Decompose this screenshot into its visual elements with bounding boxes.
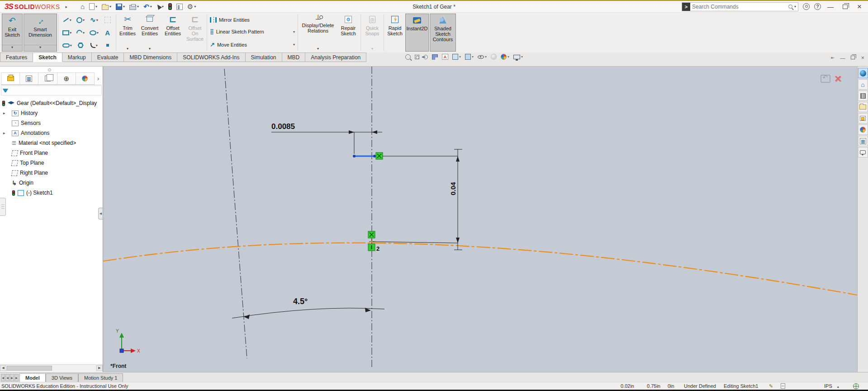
select-caret-icon[interactable]: ▾ (162, 5, 164, 9)
exit-sketch-caret-icon[interactable]: ▾ (2, 45, 22, 51)
sketch-point[interactable] (371, 241, 373, 243)
tab-mbd[interactable]: MBD (282, 52, 306, 62)
tab-features[interactable]: Features (0, 52, 33, 62)
rapid-sketch-button[interactable]: Rapid Sketch (385, 13, 405, 52)
line-tool-button[interactable]: ▾ (61, 18, 74, 22)
linear-pattern-caret-icon[interactable]: ▾ (293, 30, 295, 34)
open-button[interactable]: ▾ (100, 3, 113, 11)
annotations-expander-icon[interactable]: ▸ (3, 131, 5, 135)
tree-item-top-plane[interactable]: Top Plane (0, 158, 103, 168)
unit-system-selector[interactable]: IPS ▴ (824, 382, 839, 390)
text-tool-button[interactable]: A (101, 29, 114, 37)
apply-scene-caret-icon[interactable]: ▾ (508, 55, 509, 59)
history-expander-icon[interactable]: ▸ (3, 111, 5, 115)
zoom-area-button[interactable] (414, 54, 420, 60)
forum-button[interactable] (858, 147, 868, 157)
home-button[interactable]: ⌂ (79, 2, 86, 11)
confirm-exit-sketch-icon[interactable] (821, 75, 830, 83)
spline-caret-icon[interactable]: ▾ (96, 18, 98, 22)
arc-caret-icon[interactable]: ▾ (83, 31, 85, 35)
solidworks-logo[interactable]: 3S SOLID WORKS ▸ (5, 2, 67, 11)
search-input[interactable] (690, 4, 788, 10)
rectangle-tool-button[interactable]: ▾ (61, 30, 74, 35)
doc-minimize-button[interactable]: — (840, 55, 845, 61)
linear-sketch-pattern-button[interactable]: ⣿ Linear Sketch Pattern ▾ (210, 29, 295, 35)
new-document-button[interactable]: ▾ (88, 2, 99, 11)
web-help-button[interactable] (853, 383, 859, 391)
doc-restore-button[interactable] (850, 55, 855, 61)
search-caret-icon[interactable]: ▾ (794, 5, 796, 9)
trim-caret-icon[interactable]: ▾ (127, 46, 128, 52)
file-explorer-button[interactable] (858, 102, 868, 112)
configuration-manager-tab[interactable] (38, 72, 57, 85)
hide-show-items-button[interactable]: ▾ (477, 54, 488, 59)
search-commands-box[interactable]: > ▾ (682, 2, 798, 11)
exit-sketch-button[interactable]: ↶Exit Sketch ▾ (2, 14, 23, 52)
smart-dimension-button[interactable]: ↔Smart Dimension ▾ (24, 14, 57, 52)
view-orientation-button[interactable]: ▾ (451, 53, 462, 60)
tab-motion-study-1[interactable]: Motion Study 1 (78, 373, 123, 382)
tree-item-front-plane[interactable]: Front Plane (0, 148, 103, 158)
appearances-button[interactable] (858, 124, 868, 135)
panel-tabs-more-button[interactable]: › (95, 72, 102, 85)
display-delete-caret-icon[interactable]: ▾ (317, 46, 319, 52)
circle-tool-button[interactable]: ▾ (74, 17, 87, 23)
doc-split-icon[interactable]: ⇤ (831, 55, 835, 60)
rebuild-button[interactable] (167, 2, 173, 11)
new-caret-icon[interactable]: ▾ (95, 5, 97, 9)
undo-caret-icon[interactable]: ▾ (150, 5, 152, 9)
view-settings-button[interactable]: ▾ (512, 54, 524, 60)
tab-analysis-preparation[interactable]: Analysis Preparation (305, 52, 366, 62)
smart-dimension-caret-icon[interactable]: ▾ (24, 45, 57, 51)
window-restore-button[interactable] (840, 3, 850, 10)
scroll-right-icon[interactable]: ▶ (96, 365, 103, 371)
select-button[interactable]: ▾ (155, 3, 165, 10)
print-button[interactable]: ▾ (128, 3, 140, 11)
convert-caret-icon[interactable]: ▾ (149, 46, 151, 52)
shaded-sketch-contours-button[interactable]: Shaded Sketch Contours (430, 14, 456, 52)
move-caret-icon[interactable]: ▾ (293, 43, 295, 47)
cancel-sketch-icon[interactable]: ✕ (834, 75, 842, 83)
dim-angle-value[interactable]: 4.5° (293, 297, 308, 306)
ellipse-tool-button[interactable]: ▾ (88, 30, 101, 35)
tab-evaluate[interactable]: Evaluate (92, 52, 124, 62)
feature-manager-tab[interactable] (1, 72, 20, 85)
window-minimize-button[interactable]: — (825, 3, 835, 10)
previous-view-button[interactable] (422, 54, 429, 60)
sketch-endpoint[interactable] (373, 155, 376, 157)
offset-entities-button[interactable]: ⊏ Offset Entities (161, 13, 184, 52)
tree-item-origin[interactable]: ↳ Origin (0, 178, 103, 188)
display-delete-relations-button[interactable]: ⊥ Display/Delete Relations ▾ (299, 13, 337, 52)
tab-simulation[interactable]: Simulation (246, 52, 282, 62)
view-palette-button[interactable] (858, 113, 868, 124)
tree-item-history[interactable]: ▸ ↻ History (0, 108, 103, 118)
tab-markup[interactable]: Markup (62, 52, 92, 62)
property-manager-tab[interactable] (20, 72, 38, 85)
save-caret-icon[interactable]: ▾ (123, 5, 125, 9)
note-icon[interactable] (781, 383, 785, 391)
tree-root-item[interactable]: Gear (Default<<Default>_Display (0, 98, 103, 108)
fillet-caret-icon[interactable]: ▾ (96, 43, 98, 48)
spline-tool-button[interactable]: ∿▾ (88, 16, 101, 24)
polygon-tool-button[interactable] (74, 43, 87, 48)
rectangle-caret-icon[interactable]: ▾ (70, 31, 71, 35)
display-style-caret-icon[interactable]: ▾ (472, 55, 474, 59)
tab-sketch[interactable]: Sketch (33, 52, 62, 62)
repair-sketch-button[interactable]: ⚙ Repair Sketch (337, 13, 360, 52)
help-icon[interactable]: ? (814, 3, 821, 10)
dim-vertical-value[interactable]: 0.04 (449, 182, 457, 196)
move-entities-button[interactable]: ↗ Move Entities ▾ (210, 41, 295, 48)
tree-item-sensors[interactable]: ◔ Sensors (0, 118, 103, 128)
prev-tab-icon[interactable]: ◀ (5, 374, 9, 381)
tree-item-right-plane[interactable]: Right Plane (0, 168, 103, 178)
doc-close-button[interactable]: × (861, 54, 864, 61)
first-tab-icon[interactable]: ◀ (1, 374, 5, 381)
tab-model[interactable]: Model (19, 373, 46, 382)
dimxpert-manager-tab[interactable]: ⊕ (57, 72, 76, 85)
line-caret-icon[interactable]: ▾ (70, 18, 71, 22)
panel-collapse-handle[interactable]: ◀ (98, 208, 103, 219)
view-settings-caret-icon[interactable]: ▾ (521, 55, 523, 59)
pitch-circle-curve[interactable] (103, 243, 857, 295)
window-close-button[interactable]: × (854, 2, 864, 11)
taskpane-home-button[interactable]: ⌂ (858, 79, 868, 90)
